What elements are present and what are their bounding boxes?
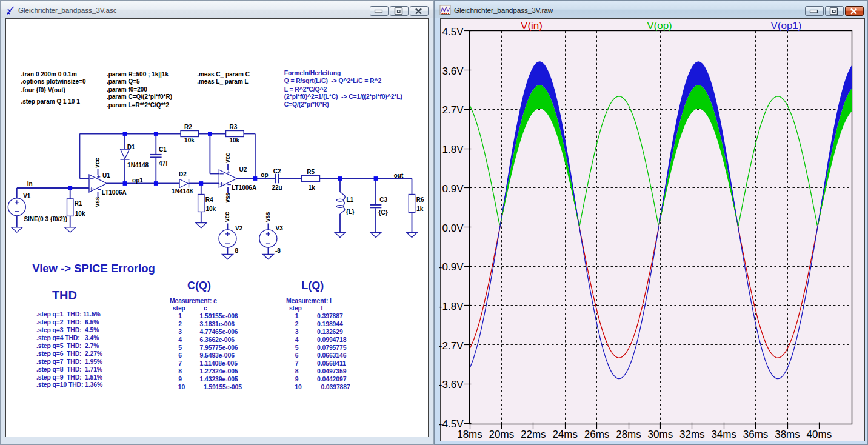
svg-text:.meas L_ param L: .meas L_ param L — [197, 78, 248, 85]
svg-text:.step q=2 THD: 6.5%: .step q=2 THD: 6.5% — [36, 319, 99, 326]
svg-text:3.1831e-006: 3.1831e-006 — [200, 321, 235, 327]
svg-text:30ms: 30ms — [648, 429, 673, 440]
svg-text:THD: THD — [52, 289, 77, 302]
svg-text:0.0994718: 0.0994718 — [317, 336, 347, 343]
svg-text:LT1006A: LT1006A — [102, 189, 127, 196]
svg-text:-1.8V: -1.8V — [439, 301, 464, 312]
svg-text:10k: 10k — [230, 137, 240, 144]
svg-text:V(in): V(in) — [521, 20, 542, 32]
svg-text:V1: V1 — [23, 193, 31, 199]
svg-text:.step param Q 1 10 1: .step param Q 1 10 1 — [21, 98, 81, 105]
svg-text:4.5V: 4.5V — [442, 26, 464, 38]
svg-text:7.95775e-006: 7.95775e-006 — [200, 344, 238, 351]
svg-text:Measurement: l_: Measurement: l_ — [286, 298, 335, 304]
svg-text:-8: -8 — [275, 247, 281, 254]
svg-text:10k: 10k — [184, 137, 195, 144]
svg-text:.param f0=200: .param f0=200 — [107, 86, 147, 93]
svg-text:.param L=R**2*C/Q**2: .param L=R**2*C/Q**2 — [107, 102, 170, 109]
svg-text:{L}: {L} — [346, 209, 355, 215]
svg-text:0.0V: 0.0V — [442, 222, 464, 234]
svg-text:8: 8 — [178, 368, 182, 375]
svg-text:6.3662e-006: 6.3662e-006 — [200, 336, 235, 343]
svg-text:1.59155e-005: 1.59155e-005 — [204, 384, 242, 390]
svg-text:6: 6 — [178, 352, 182, 359]
svg-text:1.11408e-005: 1.11408e-005 — [200, 360, 238, 367]
svg-text:2: 2 — [178, 321, 182, 327]
svg-text:(2*pi*f0)^2=1/(L*C) -> C=1/((: (2*pi*f0)^2=1/(L*C) -> C=1/((2*pi*f0)^2*… — [284, 93, 402, 100]
svg-text:out: out — [394, 172, 404, 179]
svg-text:R2: R2 — [184, 124, 192, 130]
svg-text:.tran 0 200m 0 0.1m: .tran 0 200m 0 0.1m — [21, 71, 77, 78]
svg-text:.step q=4 THD: 3.4%: .step q=4 THD: 3.4% — [36, 335, 99, 341]
svg-text:c: c — [204, 305, 207, 312]
svg-text:vcc: vcc — [94, 158, 101, 168]
svg-text:0.9V: 0.9V — [442, 183, 464, 195]
svg-text:.options plotwinsize=0: .options plotwinsize=0 — [21, 78, 86, 85]
svg-text:34ms: 34ms — [711, 429, 736, 440]
svg-text:step: step — [289, 305, 302, 312]
svg-text:5: 5 — [295, 344, 299, 351]
svg-text:26ms: 26ms — [584, 429, 610, 440]
svg-text:.step q=5 THD: 2.7%: .step q=5 THD: 2.7% — [36, 343, 99, 349]
svg-text:1: 1 — [295, 313, 299, 320]
svg-text:47f: 47f — [159, 160, 168, 167]
svg-text:.step q=1 THD: 11.5%: .step q=1 THD: 11.5% — [36, 311, 101, 318]
svg-text:2.7V: 2.7V — [442, 104, 464, 116]
svg-text:32ms: 32ms — [679, 429, 705, 440]
svg-text:.step q=10 THD: 1.36%: .step q=10 THD: 1.36% — [36, 381, 102, 388]
svg-text:View -> SPICE Errorlog: View -> SPICE Errorlog — [32, 262, 155, 275]
svg-text:1k: 1k — [416, 206, 424, 212]
svg-text:28ms: 28ms — [616, 429, 641, 440]
svg-text:1N4148: 1N4148 — [127, 162, 149, 169]
svg-text:C(Q): C(Q) — [187, 279, 211, 292]
svg-text:6: 6 — [295, 352, 299, 359]
svg-text:9: 9 — [178, 376, 182, 383]
svg-text:op: op — [261, 172, 268, 178]
svg-text:1.59155e-006: 1.59155e-006 — [200, 313, 238, 320]
svg-text:1.27324e-005: 1.27324e-005 — [200, 368, 238, 375]
svg-text:vss: vss — [224, 192, 231, 202]
svg-text:.param C=Q/(2*pi*f0*R): .param C=Q/(2*pi*f0*R) — [107, 93, 172, 100]
svg-text:0.132629: 0.132629 — [317, 329, 343, 335]
svg-text:vss: vss — [94, 196, 101, 207]
svg-text:Measurement: c_: Measurement: c_ — [170, 298, 221, 304]
svg-text:R1: R1 — [75, 200, 82, 207]
svg-text:Formeln/Herleitung: Formeln/Herleitung — [284, 70, 341, 76]
svg-text:7: 7 — [295, 360, 299, 367]
svg-text:3: 3 — [295, 329, 299, 335]
svg-text:.param Q=5: .param Q=5 — [107, 78, 140, 85]
svg-text:0.198944: 0.198944 — [317, 321, 343, 327]
svg-text:4: 4 — [178, 336, 182, 343]
svg-text:Q = R/sqrt(L/C) -> Q^2*L/C =: Q = R/sqrt(L/C) -> Q^2*L/C = R^2 — [284, 78, 382, 84]
svg-text:V3: V3 — [276, 225, 284, 232]
svg-text:7: 7 — [178, 360, 182, 367]
svg-text:4: 4 — [295, 336, 299, 343]
svg-text:C2: C2 — [273, 168, 281, 175]
svg-text:24ms: 24ms — [552, 429, 578, 440]
svg-text:8: 8 — [235, 247, 239, 254]
svg-text:22ms: 22ms — [521, 429, 546, 440]
svg-text:40ms: 40ms — [807, 429, 832, 440]
svg-text:C=Q/(2*pi*f0*R): C=Q/(2*pi*f0*R) — [284, 101, 329, 108]
svg-text:10: 10 — [295, 384, 302, 390]
svg-text:op1: op1 — [132, 177, 143, 184]
svg-text:8: 8 — [295, 368, 299, 375]
svg-text:C3: C3 — [379, 196, 387, 203]
svg-text:9: 9 — [295, 376, 299, 383]
svg-text:.step q=6 THD: 2.27%: .step q=6 THD: 2.27% — [36, 350, 102, 357]
svg-text:10k: 10k — [205, 206, 216, 212]
svg-text:0.0442097: 0.0442097 — [317, 376, 347, 383]
svg-text:L = R^2*C/Q^2: L = R^2*C/Q^2 — [284, 86, 327, 93]
svg-text:vss: vss — [264, 212, 271, 222]
svg-text:-2.7V: -2.7V — [439, 340, 464, 352]
svg-text:36ms: 36ms — [743, 429, 769, 440]
svg-text:vcc: vcc — [224, 153, 231, 163]
svg-text:10: 10 — [178, 384, 185, 390]
svg-text:-0.9V: -0.9V — [439, 261, 464, 273]
svg-text:V2: V2 — [235, 225, 243, 232]
svg-text:2: 2 — [295, 321, 299, 327]
svg-text:U1: U1 — [102, 172, 110, 179]
svg-text:4.77465e-006: 4.77465e-006 — [200, 329, 238, 335]
svg-text:1.43239e-005: 1.43239e-005 — [200, 376, 238, 383]
svg-text:1N4148: 1N4148 — [172, 188, 193, 195]
